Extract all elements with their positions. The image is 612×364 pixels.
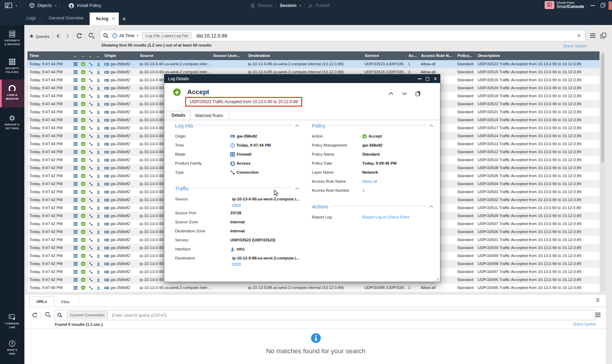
sidebar-item-manage-settings[interactable]: MANAGE &SETTINGS bbox=[0, 113, 24, 136]
down-icon bbox=[97, 86, 100, 90]
column-header[interactable]: Ac... bbox=[406, 51, 419, 60]
dialog-close-button[interactable]: ✕ bbox=[433, 76, 437, 81]
collapse-panel-button[interactable] bbox=[595, 298, 600, 303]
dialog-status: Accept bbox=[187, 88, 209, 96]
restore-button[interactable] bbox=[601, 3, 605, 8]
column-header[interactable]: Access Rule N... bbox=[419, 51, 455, 60]
session-menu-button[interactable]: Session ▾ bbox=[280, 3, 301, 8]
collapse-section-icon[interactable] bbox=[429, 205, 433, 208]
previous-log-button[interactable] bbox=[388, 92, 394, 95]
tab-details[interactable]: Details bbox=[166, 111, 190, 120]
next-log-button[interactable] bbox=[402, 92, 407, 95]
minimize-button[interactable] bbox=[590, 5, 595, 6]
dialog-maximize-button[interactable] bbox=[426, 77, 429, 81]
panel-search-input[interactable] bbox=[112, 313, 592, 318]
table-options-button[interactable] bbox=[590, 33, 596, 38]
sidebar-item-gateways-servers[interactable]: GATEWAYS& SERVERS bbox=[0, 29, 24, 51]
table-row[interactable]: Today, 9:47:40 PMgw-358e82ip-10-13-0-90.… bbox=[27, 284, 599, 292]
document-tab-fw-log[interactable]: fw.log✕ bbox=[90, 13, 119, 25]
sidebar-item-command-line[interactable]: COMMANDLINE bbox=[0, 312, 24, 334]
document-tab-bar: LogsGeneral Overviewfw.log✕+ bbox=[0, 11, 612, 25]
new-tab-button[interactable]: + bbox=[122, 15, 126, 23]
app-menu-button[interactable]: ▾ bbox=[5, 2, 17, 9]
column-header[interactable]: Source bbox=[138, 51, 211, 60]
tab-files[interactable]: Files bbox=[54, 297, 76, 307]
scrollbar-thumb[interactable] bbox=[601, 53, 604, 163]
field-value[interactable]: 1 bbox=[362, 188, 433, 192]
document-tab-logs[interactable]: Logs bbox=[20, 11, 42, 25]
dialog-title-bar[interactable]: Log Details ✕ bbox=[164, 74, 440, 83]
column-header[interactable]: Description bbox=[475, 51, 599, 60]
log-table-header[interactable]: Time........OriginSourceSource User...De… bbox=[27, 51, 599, 60]
sidebar-item-whats-new[interactable]: WHAT'SNEW bbox=[0, 339, 24, 361]
table-scrollbar[interactable] bbox=[600, 51, 605, 292]
objects-menu-button[interactable]: Objects ▾ bbox=[29, 3, 56, 8]
cell-type-icon bbox=[87, 124, 94, 132]
copy-icon[interactable] bbox=[415, 91, 421, 96]
collapse-section-icon[interactable] bbox=[295, 187, 299, 190]
cell-origin: gw-358e82 bbox=[102, 76, 138, 84]
column-header[interactable]: .. bbox=[94, 51, 102, 60]
query-syntax-link[interactable]: Query Syntax bbox=[542, 44, 586, 48]
tab-urls[interactable]: URLs bbox=[29, 296, 54, 307]
column-header[interactable]: Destination bbox=[246, 51, 362, 60]
auto-refresh-button[interactable] bbox=[44, 312, 51, 318]
log-query-bar[interactable]: All Time ▾ Log File: Latest Log File dst… bbox=[100, 30, 586, 41]
card-view-button[interactable] bbox=[601, 33, 606, 39]
dialog-minimize-button[interactable] bbox=[418, 78, 422, 79]
field-value[interactable]: Allow-all bbox=[362, 179, 433, 183]
query-text[interactable]: dst:10.12.0.89 bbox=[196, 33, 575, 39]
cell-type-icon bbox=[87, 236, 94, 244]
conn-icon bbox=[89, 70, 93, 74]
auto-refresh-button[interactable] bbox=[88, 33, 94, 39]
accept-icon bbox=[81, 198, 85, 202]
column-header[interactable]: Policy... bbox=[455, 51, 475, 60]
document-tab-general-overview[interactable]: General Overview bbox=[42, 11, 90, 25]
cell-blade-icon bbox=[72, 284, 79, 292]
column-header[interactable]: .. bbox=[87, 51, 94, 60]
panel-search-bar[interactable]: Current Connection bbox=[54, 310, 595, 320]
column-header[interactable]: Time bbox=[27, 51, 72, 60]
collapse-section-icon[interactable] bbox=[429, 124, 433, 127]
cell-time: Today, 9:47:44 PM bbox=[27, 108, 72, 116]
log-file-chip[interactable]: Log File: Latest Log File bbox=[142, 32, 191, 39]
clear-query-button[interactable]: ✕ bbox=[575, 33, 582, 39]
more-link[interactable]: more bbox=[175, 202, 299, 207]
column-header[interactable]: .. bbox=[72, 51, 79, 60]
down-icon bbox=[97, 246, 100, 250]
refresh-button[interactable] bbox=[32, 313, 37, 318]
current-connection-chip[interactable]: Current Connection bbox=[67, 312, 108, 318]
cell-time: Today, 9:47:42 PM bbox=[27, 268, 72, 276]
cell-action-icon bbox=[79, 276, 87, 284]
close-button[interactable] bbox=[609, 1, 612, 10]
field-value[interactable]: Report Log to Check Point bbox=[362, 215, 433, 219]
column-header[interactable]: Origin bbox=[102, 51, 138, 60]
discard-button[interactable]: Discard bbox=[250, 3, 272, 8]
close-icon[interactable]: ✕ bbox=[112, 16, 115, 21]
panel-options-button[interactable] bbox=[595, 312, 601, 317]
refresh-button[interactable] bbox=[76, 33, 82, 39]
query-syntax-link[interactable]: Query Syntax bbox=[573, 322, 596, 326]
table-row[interactable]: Today, 9:47:44 PMgw-358e82ip-10-13-0-90.… bbox=[27, 60, 599, 68]
section-title: Actions bbox=[312, 204, 329, 209]
resize-grip[interactable] bbox=[435, 277, 439, 281]
install-policy-button[interactable]: Install Policy bbox=[68, 3, 101, 9]
cell-policy: Standard bbox=[455, 252, 475, 260]
more-link[interactable]: more bbox=[175, 262, 299, 266]
tab-matched-rules[interactable]: Matched Rules bbox=[190, 111, 228, 120]
time-filter-dropdown[interactable]: All Time ▾ bbox=[112, 33, 138, 38]
forward-button[interactable] bbox=[65, 34, 70, 39]
column-header[interactable]: Source User... bbox=[211, 51, 246, 60]
sidebar-item-security-policies[interactable]: SECURITYPOLICIES bbox=[0, 57, 24, 79]
column-header[interactable]: Service bbox=[362, 51, 406, 60]
back-button[interactable] bbox=[56, 34, 60, 39]
collapse-section-icon[interactable] bbox=[295, 124, 299, 127]
column-header[interactable]: .. bbox=[79, 51, 87, 60]
cell-access-rule-number: 1 bbox=[406, 284, 419, 292]
section-title: Log Info bbox=[175, 123, 193, 129]
accept-icon bbox=[81, 102, 85, 106]
queries-button[interactable]: ★Queries bbox=[29, 33, 50, 39]
publish-button[interactable]: Publish bbox=[308, 3, 330, 8]
sidebar-item-logs-monitor[interactable]: LOGS &MONITOR bbox=[0, 80, 24, 107]
blade-icon bbox=[74, 158, 77, 162]
